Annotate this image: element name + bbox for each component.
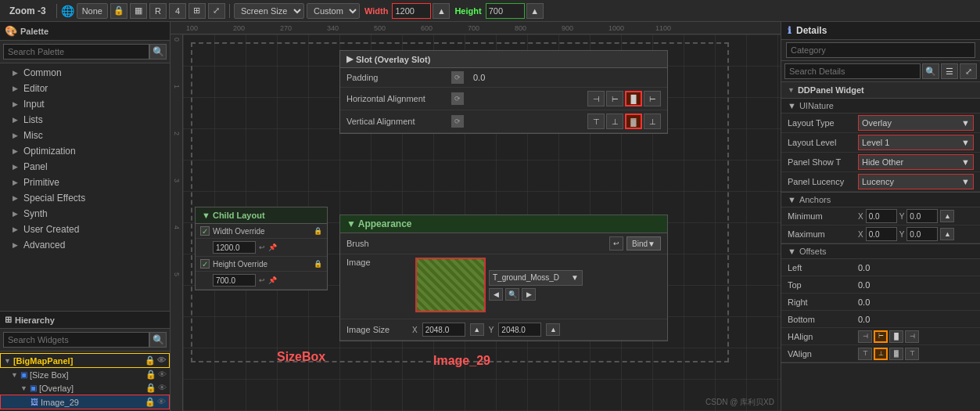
palette-item-lists[interactable]: ▶ Lists [0,112,170,128]
none-button[interactable]: None [77,3,108,19]
hierarchy-search-input[interactable] [3,332,149,348]
custom-dropdown[interactable]: Custom [307,3,360,19]
palette-item-panel[interactable]: ▶ Panel [0,159,170,175]
max-spin[interactable]: ▲ [940,228,954,240]
v-align-bottom-btn[interactable]: ⊥ [644,114,661,129]
anchor-icon-btn[interactable]: ⊞ [188,3,206,19]
details-expand-icon[interactable]: ⤢ [960,63,977,79]
panel-lucency-dropdown[interactable]: Lucency ▼ [858,174,974,189]
image-x-input[interactable] [422,323,465,337]
halign-center-btn[interactable]: ⊢ [874,330,888,343]
palette-item-primitive[interactable]: ▶ Primitive [0,175,170,190]
width-spin-up[interactable]: ▲ [433,3,450,19]
panel-arrow: ▶ [13,163,18,171]
bind-button[interactable]: Bind▼ [626,236,661,251]
height-spin-up[interactable]: ▲ [526,3,544,19]
layout-type-row: Layout Type Overlay ▼ [781,114,980,133]
search-details-input[interactable] [784,63,921,79]
palette-item-common[interactable]: ▶ Common [0,65,170,81]
palette-search-button[interactable]: 🔍 [149,44,167,59]
details-list-icon[interactable]: ☰ [941,63,958,79]
maximum-row: Maximum X Y ▲ [781,225,980,243]
palette-item-misc[interactable]: ▶ Misc [0,128,170,143]
h-align-right-btn[interactable]: ⊢ [644,91,661,106]
image-right-arrow[interactable]: ▶ [522,288,536,301]
palette-search-input[interactable] [3,44,149,59]
h-align-fill-btn[interactable]: ▐▌ [625,91,642,106]
max-y-input[interactable] [906,227,938,241]
width-lock-icon[interactable]: 🔒 [314,227,322,235]
panel-lucency-text: Lucency [862,177,894,186]
height-input[interactable] [486,3,525,19]
image-y-input[interactable] [498,323,541,337]
padding-row: Padding ⟳ 0.0 [340,68,667,88]
hier-item-image29[interactable]: 🖼 Image_29 🔒 👁 [0,395,170,409]
child-layout-header: ▼ Child Layout [196,207,327,224]
min-y-input[interactable] [906,209,938,223]
height-pin-icon[interactable]: 📌 [268,276,277,284]
panel-show-dropdown[interactable]: Hide Other ▼ [858,154,974,170]
height-override-checkbox[interactable]: ✓ [200,259,210,269]
category-input[interactable] [786,42,975,58]
v-align-reset-icon[interactable]: ⟳ [451,115,464,128]
hierarchy-title: Hierarchy [15,315,55,325]
height-reset-icon[interactable]: ↩ [259,276,265,284]
width-pin-icon[interactable]: 📌 [268,243,277,251]
hierarchy-search-button[interactable]: 🔍 [149,332,167,348]
r-button[interactable]: R [149,3,167,19]
width-input[interactable] [392,3,431,19]
primitive-label: Primitive [23,177,59,188]
v-align-top-btn[interactable]: ⊤ [587,114,605,129]
height-lock-icon[interactable]: 🔒 [314,260,322,268]
padding-reset-icon[interactable]: ⟳ [451,71,464,84]
v-align-fill-btn[interactable]: ▓ [625,114,642,129]
width-override-input[interactable] [213,241,256,254]
hier-item-bigmappanel[interactable]: ▼ [BigMapPanel] 🔒 👁 [0,353,170,368]
min-spin[interactable]: ▲ [940,210,954,222]
valign-bottom-btn[interactable]: ⊤ [905,348,919,360]
width-override-checkbox[interactable]: ✓ [200,226,210,236]
palette-item-editor[interactable]: ▶ Editor [0,81,170,96]
search-details-button[interactable]: 🔍 [922,63,939,79]
palette-item-special-effects[interactable]: ▶ Special Effects [0,190,170,206]
num4-button[interactable]: 4 [169,3,186,19]
palette-item-user-created[interactable]: ▶ User Created [0,222,170,237]
halign-left-btn[interactable]: ⊣ [858,330,872,343]
expand-icon-btn[interactable]: ⤢ [208,3,225,19]
hier-item-overlay[interactable]: ▼ ▣ [Overlay] 🔒 👁 [0,381,170,395]
image-x-spin[interactable]: ▲ [470,323,484,336]
layout-type-dropdown[interactable]: Overlay ▼ [858,115,974,131]
lock-icon-btn[interactable]: 🔒 [110,3,127,19]
palette-item-synth[interactable]: ▶ Synth [0,206,170,222]
layout-level-dropdown[interactable]: Level 1 ▼ [858,135,974,150]
palette-item-input[interactable]: ▶ Input [0,96,170,112]
valign-center-btn[interactable]: ⊥ [874,348,888,360]
horizontal-ruler: 100 200 270 340 500 600 700 800 900 1000… [171,22,781,34]
image-left-arrow[interactable]: ◀ [489,288,503,301]
image-name-dropdown[interactable]: T_ground_Moss_D ▼ [489,270,583,286]
grid-icon-btn[interactable]: ▦ [130,3,147,19]
halign-fill-btn[interactable]: ▐▌ [889,330,903,343]
child-layout-title: Child Layout [213,211,265,220]
hierarchy-search-row: 🔍 [0,329,170,352]
v-align-center-btn[interactable]: ⊥ [606,114,623,129]
min-x-input[interactable] [866,209,897,223]
image-name-label: T_ground_Moss_D [493,273,559,282]
image-y-spin[interactable]: ▲ [546,323,560,336]
h-align-center-btn[interactable]: ⊢ [606,91,623,106]
width-reset-icon[interactable]: ↩ [259,243,265,251]
valign-top-btn[interactable]: ⊤ [858,348,872,360]
height-override-input[interactable] [213,274,256,287]
brush-reset-icon[interactable]: ↩ [609,236,623,251]
valign-fill-btn[interactable]: ▓ [889,348,903,360]
hier-item-sizebox[interactable]: ▼ ▣ [Size Box] 🔒 👁 [0,368,170,381]
screen-size-dropdown[interactable]: Screen Size [234,3,304,19]
h-align-left-btn[interactable]: ⊣ [587,91,605,106]
palette-item-optimization[interactable]: ▶ Optimization [0,143,170,159]
max-x-input[interactable] [866,227,897,241]
canvas-content[interactable]: ▼ Child Layout ✓ Width Override 🔒 ↩ [183,34,781,411]
halign-right-btn[interactable]: ⊣ [905,330,919,343]
image-search-btn[interactable]: 🔍 [505,288,519,301]
palette-item-advanced[interactable]: ▶ Advanced [0,237,170,253]
h-align-reset-icon[interactable]: ⟳ [451,92,464,105]
